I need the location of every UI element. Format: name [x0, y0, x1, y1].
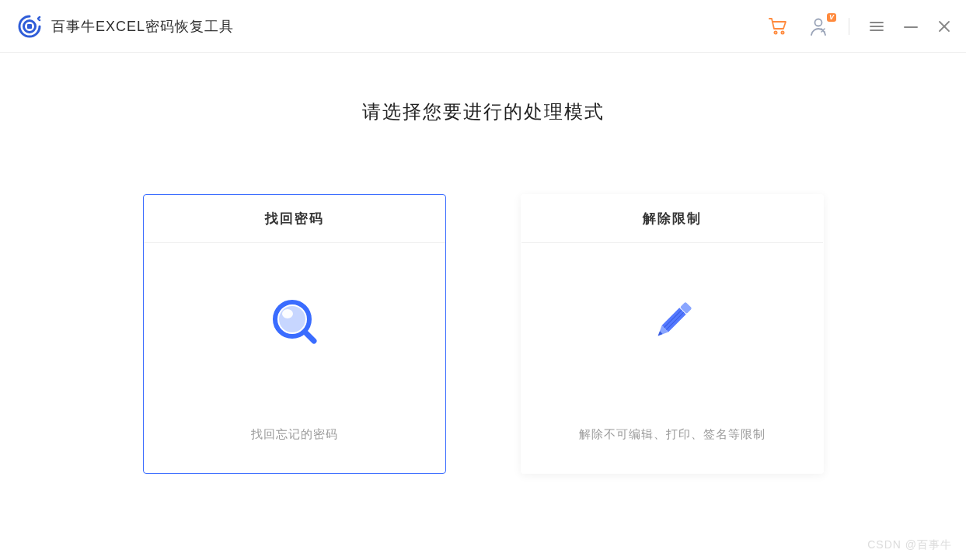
close-icon[interactable]: [938, 20, 950, 33]
svg-point-12: [282, 309, 293, 318]
card-icon-area: [267, 243, 322, 395]
titlebar: 百事牛EXCEL密码恢复工具 V: [0, 0, 966, 53]
menu-icon[interactable]: [870, 21, 884, 32]
divider: [849, 18, 849, 35]
pencil-icon: [644, 294, 700, 353]
card-recover-password[interactable]: 找回密码 找回忘记的密码: [143, 194, 446, 474]
svg-point-11: [279, 306, 305, 332]
app-title: 百事牛EXCEL密码恢复工具: [51, 17, 234, 36]
card-remove-restriction[interactable]: 解除限制 解除不可编辑、打印、签名: [521, 194, 824, 474]
svg-rect-1: [27, 24, 32, 29]
svg-point-4: [815, 19, 822, 26]
card-header: 找回密码: [144, 195, 445, 243]
card-icon-area: [644, 243, 700, 395]
svg-point-2: [774, 31, 776, 33]
titlebar-right: V: [768, 16, 950, 37]
card-title: 解除限制: [643, 210, 702, 228]
mode-cards: 找回密码 找回忘记的密码 解除限制: [143, 194, 824, 474]
svg-point-3: [781, 31, 783, 33]
svg-line-13: [305, 332, 314, 341]
card-desc: 解除不可编辑、打印、签名等限制: [579, 395, 765, 473]
magnifier-icon: [267, 294, 322, 352]
page-title: 请选择您要进行的处理模式: [362, 99, 605, 124]
cart-icon[interactable]: [768, 16, 788, 37]
user-icon[interactable]: V: [808, 16, 828, 37]
card-header: 解除限制: [521, 195, 823, 243]
watermark: CSDN @百事牛: [867, 538, 952, 552]
card-desc: 找回忘记的密码: [251, 395, 338, 473]
minimize-icon[interactable]: [904, 25, 918, 28]
main-content: 请选择您要进行的处理模式 找回密码 找回忘记的密码 解除限制: [0, 53, 966, 474]
card-title: 找回密码: [265, 210, 324, 228]
titlebar-left: 百事牛EXCEL密码恢复工具: [17, 14, 234, 39]
app-logo-icon: [17, 14, 42, 39]
svg-rect-15: [661, 308, 685, 332]
vip-badge: V: [827, 13, 836, 22]
